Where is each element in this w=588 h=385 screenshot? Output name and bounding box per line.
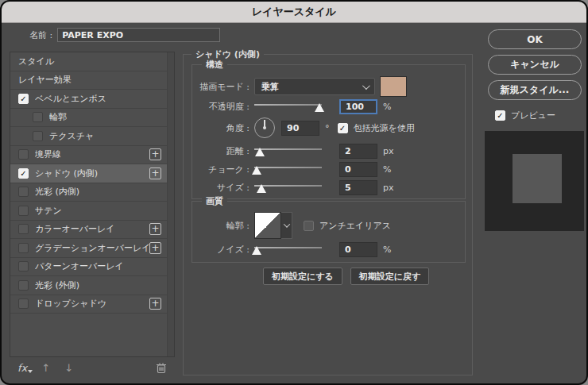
add-color-overlay-instance-button[interactable]: +: [149, 223, 161, 235]
style-name-input[interactable]: [57, 28, 220, 42]
add-gradient-overlay-instance-button[interactable]: +: [149, 242, 161, 254]
inner-glow-enable-checkbox[interactable]: [18, 187, 29, 197]
defaults-button-row: 初期設定にする 初期設定に戻す: [263, 268, 429, 285]
delete-effect-button[interactable]: [156, 362, 167, 374]
opacity-slider-handle[interactable]: [315, 103, 324, 112]
opacity-input[interactable]: 100: [339, 99, 377, 114]
make-default-button[interactable]: 初期設定にする: [263, 268, 342, 285]
cancel-button[interactable]: キャンセル: [488, 55, 582, 75]
sidebar-item-stroke[interactable]: 境界線+: [10, 146, 174, 165]
sidebar-item-label: サテン: [35, 205, 163, 217]
add-stroke-instance-button[interactable]: +: [149, 148, 161, 160]
choke-row: チョーク : 0 %: [192, 162, 465, 177]
sidebar-item-styles[interactable]: スタイル: [10, 52, 174, 71]
sidebar-item-satin[interactable]: サテン: [10, 202, 174, 221]
drop-shadow-enable-checkbox[interactable]: [18, 298, 29, 309]
sidebar-item-inner-glow[interactable]: 光彩 (内側): [10, 183, 174, 202]
satin-enable-checkbox[interactable]: [18, 206, 29, 216]
noise-row: ノイズ : 0 %: [192, 242, 465, 257]
sidebar-item-label: レイヤー効果: [18, 74, 163, 86]
angle-input[interactable]: 90: [281, 121, 319, 136]
sidebar-item-bevel-emboss[interactable]: ✓ベベルとエンボス: [10, 90, 174, 109]
bevel-emboss-enable-checkbox[interactable]: ✓: [18, 94, 29, 104]
quality-group: 画質 輪郭 : アンチエイリアス ノイズ :: [191, 201, 466, 263]
distance-slider-handle[interactable]: [255, 148, 265, 156]
color-overlay-enable-checkbox[interactable]: [18, 224, 29, 234]
dialog-titlebar[interactable]: レイヤースタイル: [2, 2, 586, 23]
distance-label: 距離 :: [192, 145, 250, 157]
sidebar-item-label: パターンオーバーレイ: [35, 260, 163, 272]
use-global-light-checkbox[interactable]: ✓: [338, 123, 348, 133]
blend-mode-row: 描画モード : 乗算: [192, 76, 465, 97]
sidebar-item-drop-shadow[interactable]: ドロップシャドウ+: [10, 295, 174, 314]
sidebar-scrollbar[interactable]: [167, 52, 174, 356]
move-effect-up-button[interactable]: ↑: [41, 362, 50, 374]
add-inner-shadow-instance-button[interactable]: +: [149, 167, 161, 179]
size-row: サイズ : 5 px: [192, 180, 465, 195]
effects-list: スタイルレイヤー効果✓ベベルとエンボス輪郭テクスチャ境界線+✓シャドウ (内側)…: [10, 52, 175, 357]
size-label: サイズ :: [192, 182, 250, 194]
opacity-slider[interactable]: [254, 102, 322, 113]
noise-slider[interactable]: [254, 244, 322, 256]
size-slider-handle[interactable]: [257, 184, 266, 193]
noise-slider-handle[interactable]: [252, 246, 261, 255]
sidebar-item-layer-effects[interactable]: レイヤー効果: [10, 71, 174, 90]
structure-legend: 構造: [202, 59, 227, 71]
sidebar-item-label: 光彩 (内側): [35, 186, 163, 198]
gradient-overlay-enable-checkbox[interactable]: [18, 243, 29, 253]
fx-menu-button[interactable]: fx: [17, 362, 27, 374]
angle-dial[interactable]: [254, 117, 275, 138]
size-slider[interactable]: [254, 183, 322, 194]
size-unit: px: [383, 183, 394, 193]
sidebar-item-label: ドロップシャドウ: [35, 298, 149, 310]
antialias-checkbox[interactable]: [304, 221, 314, 231]
contour-picker[interactable]: [254, 212, 281, 239]
sidebar-item-label: スタイル: [18, 56, 163, 67]
contour-enable-checkbox[interactable]: [33, 112, 43, 122]
sidebar-item-gradient-overlay[interactable]: グラデーションオーバーレイ+: [10, 239, 174, 258]
preview-label: プレビュー: [511, 110, 555, 121]
style-preview-swatch: [513, 154, 562, 203]
sidebar-item-contour[interactable]: 輪郭: [10, 109, 174, 128]
ok-button[interactable]: OK: [488, 29, 582, 49]
opacity-unit: %: [383, 102, 391, 112]
choke-slider[interactable]: [254, 164, 322, 175]
chevron-down-icon: [362, 82, 370, 90]
outer-glow-enable-checkbox[interactable]: [18, 280, 29, 291]
sidebar-item-label: 境界線: [35, 148, 149, 160]
distance-input[interactable]: 2: [339, 144, 377, 159]
pattern-overlay-enable-checkbox[interactable]: [18, 261, 29, 271]
preview-checkbox[interactable]: ✓: [495, 110, 505, 121]
sidebar-item-texture[interactable]: テクスチャ: [10, 127, 174, 146]
reset-default-button[interactable]: 初期設定に戻す: [350, 268, 430, 285]
sidebar-item-pattern-overlay[interactable]: パターンオーバーレイ: [10, 258, 174, 277]
name-row: 名前 :: [29, 28, 220, 42]
new-style-button[interactable]: 新規スタイル...: [488, 80, 582, 100]
shadow-color-swatch[interactable]: [380, 76, 407, 97]
chevron-down-icon: [283, 221, 289, 227]
choke-input[interactable]: 0: [339, 162, 377, 177]
sidebar-item-label: カラーオーバーレイ: [35, 223, 149, 235]
angle-unit: °: [325, 123, 330, 133]
noise-input[interactable]: 0: [339, 242, 377, 257]
preview-row: ✓ プレビュー: [495, 110, 585, 121]
inner-shadow-settings-panel: シャドウ (内側) 構造 描画モード : 乗算 不透明度 :: [183, 54, 473, 375]
distance-slider[interactable]: [254, 146, 322, 157]
sidebar-item-label: 輪郭: [49, 111, 163, 123]
choke-slider-handle[interactable]: [252, 166, 261, 175]
move-effect-down-button[interactable]: ↓: [64, 362, 73, 374]
contour-dropdown-button[interactable]: [281, 212, 292, 239]
blend-mode-select[interactable]: 乗算: [254, 78, 375, 95]
texture-enable-checkbox[interactable]: [33, 131, 43, 141]
use-global-light-label: 包括光源を使用: [354, 122, 415, 134]
antialias-label: アンチエイリアス: [319, 220, 391, 232]
choke-label: チョーク :: [192, 164, 250, 175]
add-drop-shadow-instance-button[interactable]: +: [149, 298, 161, 310]
sidebar-item-inner-shadow[interactable]: ✓シャドウ (内側)+: [10, 164, 174, 183]
sidebar-item-color-overlay[interactable]: カラーオーバーレイ+: [10, 221, 174, 240]
noise-label: ノイズ :: [192, 244, 250, 256]
size-input[interactable]: 5: [339, 180, 377, 195]
sidebar-item-outer-glow[interactable]: 光彩 (外側): [10, 276, 174, 295]
inner-shadow-enable-checkbox[interactable]: ✓: [18, 168, 29, 179]
stroke-enable-checkbox[interactable]: [18, 149, 29, 160]
